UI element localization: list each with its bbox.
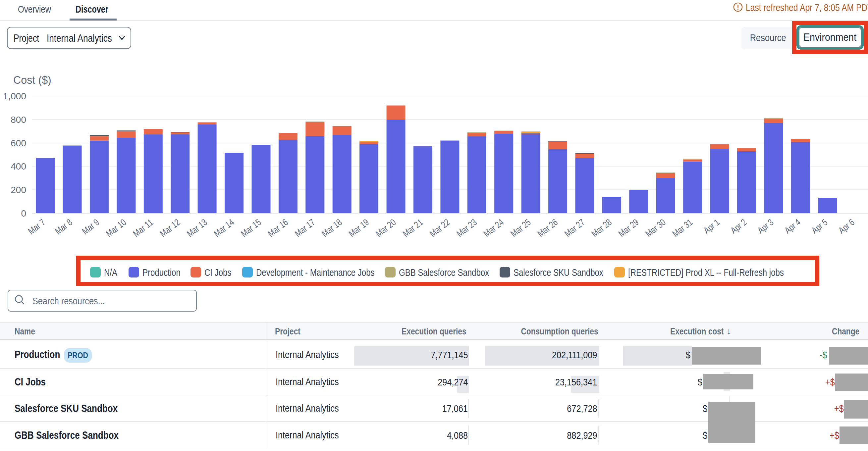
svg-text:Mar 10: Mar 10: [104, 217, 128, 239]
svg-text:Mar 8: Mar 8: [53, 217, 74, 236]
svg-text:Apr 5: Apr 5: [809, 217, 829, 235]
svg-text:Mar 14: Mar 14: [212, 217, 236, 239]
svg-text:Mar 22: Mar 22: [428, 217, 452, 239]
svg-text:1,000: 1,000: [3, 91, 26, 101]
svg-text:600: 600: [10, 138, 26, 148]
svg-text:Mar 30: Mar 30: [643, 217, 668, 239]
svg-text:Mar 27: Mar 27: [562, 217, 587, 239]
svg-text:Mar 28: Mar 28: [589, 217, 614, 239]
svg-text:Mar 26: Mar 26: [536, 217, 560, 239]
svg-text:Mar 18: Mar 18: [320, 217, 344, 239]
svg-text:Mar 25: Mar 25: [508, 217, 533, 239]
svg-text:Mar 17: Mar 17: [293, 217, 317, 239]
svg-text:Mar 19: Mar 19: [347, 217, 371, 239]
svg-text:Mar 9: Mar 9: [80, 217, 101, 236]
svg-text:200: 200: [10, 185, 26, 195]
svg-text:0: 0: [21, 208, 26, 219]
svg-text:Mar 21: Mar 21: [401, 217, 425, 239]
svg-text:Mar 15: Mar 15: [239, 217, 263, 239]
svg-text:Mar 20: Mar 20: [374, 217, 398, 239]
svg-text:Mar 12: Mar 12: [158, 217, 182, 239]
svg-text:Apr 2: Apr 2: [728, 217, 748, 235]
svg-text:Mar 23: Mar 23: [455, 217, 479, 239]
svg-text:Mar 29: Mar 29: [617, 217, 641, 239]
svg-text:Mar 16: Mar 16: [266, 217, 290, 239]
svg-text:Apr 6: Apr 6: [837, 217, 857, 235]
svg-text:Mar 7: Mar 7: [26, 217, 47, 236]
svg-text:Apr 3: Apr 3: [756, 217, 776, 235]
svg-text:Mar 31: Mar 31: [671, 217, 695, 239]
svg-text:Mar 11: Mar 11: [131, 217, 155, 239]
svg-text:Apr 4: Apr 4: [782, 217, 802, 235]
svg-text:Mar 24: Mar 24: [482, 217, 506, 239]
svg-text:Apr 1: Apr 1: [702, 217, 721, 235]
svg-text:Mar 13: Mar 13: [185, 217, 209, 239]
svg-text:400: 400: [10, 161, 26, 171]
svg-text:800: 800: [10, 115, 26, 125]
